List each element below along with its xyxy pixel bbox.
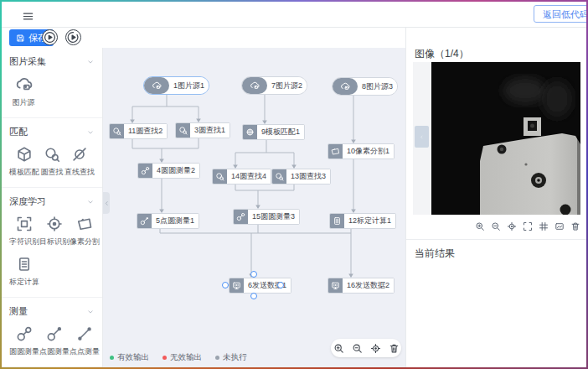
node-circle-circle-measure-2[interactable]: 4圆圆测量2 [137, 163, 200, 179]
node-point-circle-measure-1[interactable]: 5点圆测量1 [137, 213, 199, 229]
locate-icon[interactable] [507, 221, 517, 231]
node-label: 9模板匹配1 [257, 125, 304, 139]
circle-find-icon [272, 169, 286, 184]
node-image-source-2[interactable]: 7图片源2 [241, 76, 307, 95]
node-circle-find-1[interactable]: 3圆查找1 [175, 122, 230, 138]
inspection-image[interactable] [431, 62, 580, 215]
sidebar-item-calib-calc[interactable]: 标定计算 [9, 256, 39, 288]
section-measure: 测量 圆圆测量 点圆测量 点点测量 [2, 298, 102, 367]
section-header-match[interactable]: 匹配 [9, 126, 95, 138]
tool-label: 目标识别 [39, 236, 70, 247]
chevron-down-icon [86, 58, 95, 66]
grid-icon[interactable] [539, 221, 549, 231]
tool-label: 直线查找 [64, 167, 95, 178]
node-label: 1图片源1 [169, 77, 209, 94]
node-label: 16发送数据2 [343, 278, 394, 293]
menu-icon[interactable] [22, 8, 35, 22]
node-image-source-1[interactable]: 1图片源1 [143, 76, 209, 95]
flow-canvas[interactable]: 1图片源1 7图片源2 8图片源3 11圆查找2 3圆查找1 9模板匹配1 10… [103, 48, 405, 367]
prev-image-button[interactable] [415, 126, 429, 148]
tool-sidebar: 图片采集 图片源 匹配 模板匹配 [2, 48, 103, 367]
play-loop-icon [67, 31, 80, 44]
sidebar-item-point-point-measure[interactable]: 点点测量 [70, 325, 100, 357]
node-circle-find-3[interactable]: 13圆查找3 [271, 169, 331, 184]
node-circle-circle-measure-3[interactable]: 15圆圆测量3 [233, 209, 300, 225]
tool-label: 点圆测量 [39, 346, 70, 357]
fit-image-icon[interactable] [554, 221, 565, 231]
node-calib-calc-1[interactable]: 12标定计算1 [329, 213, 396, 229]
fullscreen-icon[interactable] [523, 221, 533, 231]
tool-label: 标定计算 [9, 277, 39, 288]
canvas-zoom-toolbar [331, 339, 401, 357]
screenshot-frame: 返回低代码 保存 图片采集 图片源 匹配 [0, 0, 588, 369]
node-label: 11圆查找2 [124, 124, 167, 138]
zoom-out-icon[interactable] [352, 343, 363, 354]
selection-handle-top[interactable] [250, 271, 257, 278]
section-header-measure[interactable]: 测量 [9, 305, 95, 318]
selection-handle-left[interactable] [222, 282, 229, 288]
back-to-lowcode-button[interactable]: 返回低代码 [534, 5, 586, 23]
section-title: 匹配 [9, 126, 28, 138]
section-deep-learning: 深度学习 字符识别 目标识别 像素分割 标定计算 [2, 188, 102, 298]
status-legend: 有效输出 无效输出 未执行 [110, 352, 247, 363]
sidebar-item-image-source[interactable]: 图片源 [9, 75, 38, 108]
tool-label: 模板匹配 [9, 167, 39, 178]
locate-icon[interactable] [370, 343, 381, 354]
legend-label: 无效输出 [170, 352, 202, 363]
trash-icon[interactable] [570, 221, 580, 231]
sidebar-item-target-detect[interactable]: 目标识别 [39, 216, 70, 247]
valid-dot [110, 356, 114, 360]
sidebar-item-circle-find[interactable]: 圆查找 [39, 146, 64, 178]
selection-handle-bottom[interactable] [250, 293, 257, 299]
sidebar-item-ocr[interactable]: 字符识别 [9, 216, 39, 247]
node-label: 4圆圆测量2 [152, 164, 199, 178]
circle-find-icon [110, 124, 124, 138]
sidebar-collapse-handle[interactable] [103, 192, 110, 214]
tool-label: 圆圆测量 [9, 346, 39, 357]
sidebar-item-circle-circle-measure[interactable]: 圆圆测量 [9, 325, 39, 357]
sidebar-item-pixel-segment[interactable]: 像素分割 [70, 216, 100, 247]
tool-label: 字符识别 [9, 236, 39, 247]
node-label: 7图片源2 [267, 77, 307, 94]
sidebar-item-template-match[interactable]: 模板匹配 [9, 146, 39, 178]
section-header-deep-learning[interactable]: 深度学习 [9, 195, 95, 208]
section-title: 图片采集 [9, 55, 46, 68]
run-continuous-button[interactable] [65, 29, 81, 45]
vision-flow-app: 返回低代码 保存 图片采集 图片源 匹配 [2, 2, 586, 367]
zoom-in-icon[interactable] [333, 343, 344, 354]
pixel-segment-icon [328, 144, 343, 159]
legend-notrun: 未执行 [215, 352, 247, 363]
sidebar-item-line-find[interactable]: 直线查找 [64, 146, 95, 178]
legend-label: 未执行 [223, 352, 247, 363]
image-panel-title: 图像（1/4） [415, 47, 469, 61]
trash-icon[interactable] [389, 343, 400, 354]
invalid-dot [162, 356, 167, 360]
node-template-match-1[interactable]: 9模板匹配1 [242, 124, 305, 140]
zoom-in-icon[interactable] [475, 221, 485, 231]
zoom-out-icon[interactable] [491, 221, 501, 231]
tool-label: 图片源 [13, 97, 35, 108]
chevron-left-icon [104, 200, 110, 206]
node-send-data-2[interactable]: 16发送数据2 [328, 278, 395, 294]
tool-label: 圆查找 [41, 167, 64, 178]
node-label: 12标定计算1 [344, 214, 395, 228]
section-header-image-capture[interactable]: 图片采集 [9, 55, 95, 68]
chevron-left-icon [420, 133, 424, 142]
circle-circle-measure-icon [138, 164, 152, 178]
pixel-segment-icon [76, 216, 93, 232]
tool-label: 点点测量 [70, 346, 100, 357]
node-circle-find-2[interactable]: 11圆查找2 [109, 123, 168, 139]
node-label: 8图片源3 [358, 78, 397, 95]
line-find-icon [71, 146, 88, 163]
run-once-button[interactable] [42, 29, 58, 45]
sidebar-item-point-circle-measure[interactable]: 点圆测量 [39, 325, 70, 357]
node-label: 13圆查找3 [286, 169, 330, 184]
send-data-icon [328, 278, 343, 293]
node-label: 10像素分割1 [343, 144, 394, 159]
node-pixel-segment-1[interactable]: 10像素分割1 [328, 143, 395, 159]
section-title: 深度学习 [9, 195, 46, 208]
selection-handle-right[interactable] [277, 282, 284, 288]
circle-find-icon [44, 146, 60, 163]
node-image-source-3[interactable]: 8图片源3 [332, 77, 398, 96]
node-circle-find-4[interactable]: 14圆查找4 [212, 169, 271, 184]
